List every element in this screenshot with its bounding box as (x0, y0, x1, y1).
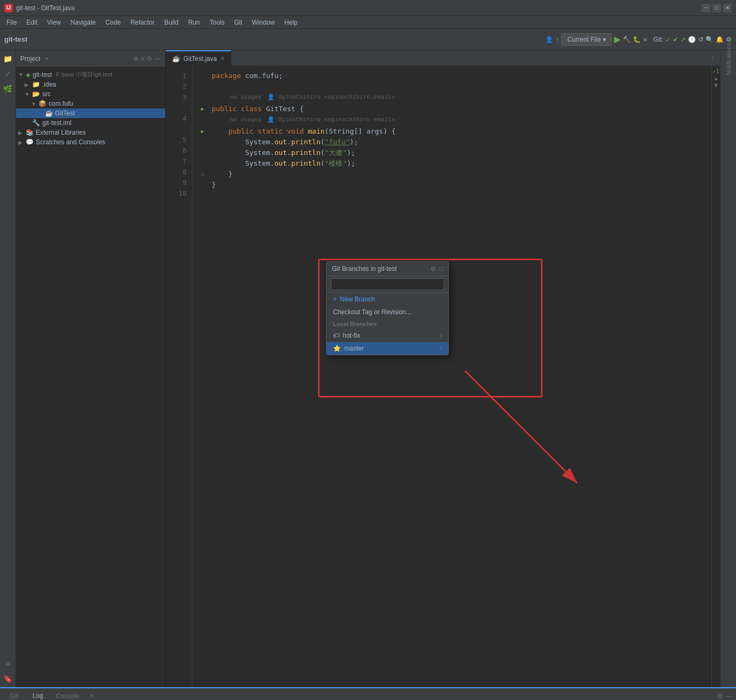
menu-view[interactable]: View (43, 18, 65, 27)
popup-settings-icon[interactable]: ⚙ (430, 265, 436, 273)
tree-iml[interactable]: 🔧 git-test.iml (16, 118, 165, 128)
git-history-icon[interactable]: 🕐 (688, 36, 696, 43)
bottom-tab-right-icons: ⚙ — (717, 693, 732, 700)
menu-window[interactable]: Window (247, 18, 279, 27)
menu-tools[interactable]: Tools (205, 18, 229, 27)
git-undo-icon[interactable]: ↺ (698, 36, 703, 43)
master-star-icon: ⭐ (333, 345, 341, 352)
menu-edit[interactable]: Edit (22, 18, 42, 27)
tree-scratches[interactable]: ▶ 💬 Scratches and Consoles (16, 137, 165, 147)
hotfix-tag-icon: 🏷 (333, 332, 339, 339)
popup-checkout-tag[interactable]: Checkout Tag or Revision... (327, 306, 448, 318)
tree-close-icon[interactable]: — (154, 55, 161, 63)
code-text-6: System.out.println("大傻"); (212, 147, 703, 158)
popup-master-branch[interactable]: ⭐ master › (327, 342, 448, 355)
global-search-icon[interactable]: 🔍 (706, 36, 714, 43)
tree-src[interactable]: ▼ 📂 src (16, 89, 165, 99)
settings-icon[interactable]: ⚙ (726, 36, 732, 43)
tree-root[interactable]: ▼ ◈ git-test F:\java 小项目\git-test (16, 69, 165, 80)
code-content[interactable]: package com.fufu; no usages 👤 OginoChihi… (192, 66, 711, 687)
menu-file[interactable]: File (2, 18, 21, 27)
package-icon: 📦 (38, 100, 47, 107)
file-tree-panel: Project ▾ ⊕ ≡ ⚙ — ▼ ◈ git-test F:\java 小… (16, 50, 166, 687)
tab-git[interactable]: Git: (4, 690, 25, 701)
tree-collapse-icon[interactable]: ≡ (141, 55, 144, 63)
build-icon[interactable]: 🔨 (623, 36, 631, 43)
code-line-1: package com.fufu; (201, 71, 703, 81)
minimize-button[interactable]: ─ (702, 4, 710, 12)
iml-icon: 🔧 (32, 119, 40, 127)
bottom-minimize-icon[interactable]: — (725, 693, 732, 700)
git-update-icon[interactable]: ↗ (680, 36, 686, 43)
close-button[interactable]: ✕ (723, 4, 732, 12)
search-icon[interactable]: 👤 (545, 36, 553, 43)
popup-search[interactable] (327, 276, 448, 293)
vcs-icon[interactable]: ↑ (555, 35, 559, 44)
tree-header-icons: ⊕ ≡ ⚙ — (133, 55, 161, 63)
code-line-5: System.out.println("fufu"); (201, 137, 703, 147)
sidebar-icon-project[interactable]: 📁 (2, 52, 14, 65)
sidebar-icon-structure[interactable]: ≡ (2, 657, 14, 670)
notification-icon[interactable]: 🔔 (716, 36, 724, 43)
sidebar-icon-git[interactable]: 🌿 (2, 82, 14, 95)
popup-hotfix-branch[interactable]: 🏷 hot-fix › (327, 329, 448, 342)
root-path: F:\java 小项目\git-test (56, 71, 112, 79)
tab-console[interactable]: Console (51, 690, 85, 701)
console-close-button[interactable]: ✕ (89, 693, 94, 699)
stop-icon[interactable]: ■ (643, 36, 647, 43)
sidebar-icon-bookmarks[interactable]: 🔖 (2, 672, 14, 685)
menu-run[interactable]: Run (184, 18, 204, 27)
current-file-button[interactable]: Current File ▾ (561, 33, 612, 46)
fold-icon-8[interactable]: ○ (201, 171, 204, 177)
menu-code[interactable]: Code (101, 18, 125, 27)
tree-package[interactable]: ▼ 📦 com.fufu (16, 99, 165, 108)
tab-log[interactable]: Log (27, 690, 49, 701)
tree-dropdown-icon[interactable]: ▾ (45, 56, 48, 61)
bottom-settings-icon[interactable]: ⚙ (717, 693, 723, 700)
gutter-4[interactable]: ▶ (201, 126, 212, 137)
git-push-icon[interactable]: ✓ (665, 36, 671, 43)
scratches-name: Scratches and Consoles (36, 138, 105, 146)
gutter-3[interactable]: ▶ (201, 104, 212, 114)
java-arrow-spacer (37, 111, 43, 116)
popup-search-input[interactable] (331, 278, 444, 290)
tab-close-button[interactable]: ✕ (220, 56, 224, 61)
nav-down-icon[interactable]: ▼ (714, 82, 717, 88)
tab-java-icon: ☕ (172, 55, 180, 63)
code-editor[interactable]: 1 2 3 4 5 6 7 8 9 10 (166, 66, 720, 687)
git-branches-popup[interactable]: Git Branches in git-test ⚙ □ + New Branc… (326, 261, 449, 355)
dropdown-icon: ▾ (603, 36, 606, 43)
tree-gittest-java[interactable]: ☕ GitTest (16, 108, 165, 118)
tree-locate-icon[interactable]: ⊕ (133, 55, 138, 63)
tree-settings-icon[interactable]: ⚙ (146, 55, 152, 63)
run-button[interactable]: ▶ (614, 34, 621, 44)
popup-new-branch[interactable]: + New Branch (327, 293, 448, 306)
menu-help[interactable]: Help (280, 18, 302, 27)
main-toolbar: git-test 👤 ↑ Current File ▾ ▶ 🔨 🐛 ■ Git:… (0, 29, 736, 50)
title-bar: IJ git-test - GitTest.java ─ □ ✕ (0, 0, 736, 16)
menu-build[interactable]: Build (160, 18, 183, 27)
tree-idea[interactable]: ▶ 📁 .idea (16, 80, 165, 89)
code-line-4: ▶ public static void main(String[] args)… (201, 126, 703, 137)
menu-navigate[interactable]: Navigate (66, 18, 100, 27)
menu-refactor[interactable]: Refactor (126, 18, 159, 27)
menu-git[interactable]: Git (230, 18, 246, 27)
editor-settings-icon[interactable]: ⋮ (709, 55, 716, 62)
maximize-button[interactable]: □ (712, 4, 721, 12)
code-line-3: ▶ public class GitTest { (201, 104, 703, 114)
editor-tab-gittest[interactable]: ☕ GitTest.java ✕ (166, 50, 231, 66)
folder-icon: 📁 (32, 81, 40, 88)
popup-expand-icon[interactable]: □ (439, 265, 443, 273)
debug-icon[interactable]: 🐛 (633, 36, 641, 43)
file-tree-header: Project ▾ ⊕ ≡ ⚙ — (16, 50, 165, 67)
sidebar-icon-commit[interactable]: ✓ (2, 67, 14, 80)
notifications-panel-label[interactable]: Notifications (722, 52, 735, 65)
tree-external-libs[interactable]: ▶ 📚 External Libraries (16, 128, 165, 137)
git-pull-icon[interactable]: ✔ (673, 36, 678, 43)
code-text-2 (212, 81, 703, 92)
code-line-7: System.out.println("楼楼"); (201, 158, 703, 169)
iml-spacer (25, 120, 30, 126)
editor-area: ☕ GitTest.java ✕ ⋮ 1 2 3 4 5 6 (166, 50, 720, 687)
scratch-icon: 💬 (26, 138, 34, 146)
nav-up-icon[interactable]: ▲ (714, 75, 717, 81)
